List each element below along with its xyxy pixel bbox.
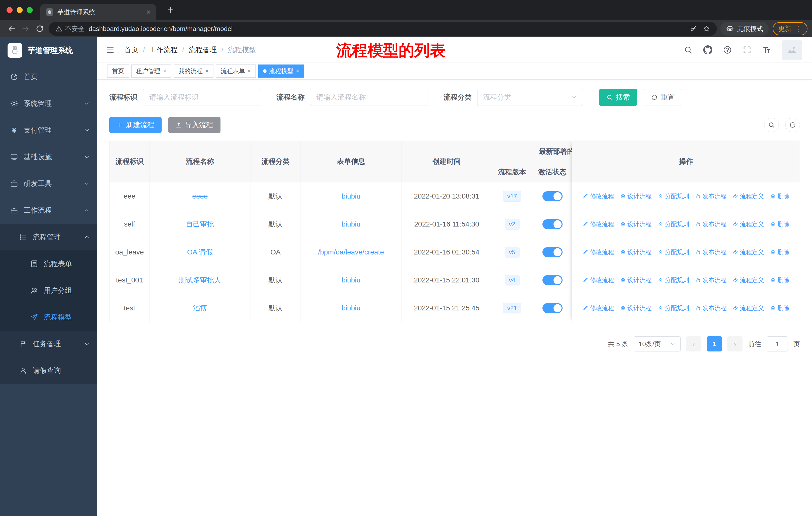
sidebar-item-process-model[interactable]: 流程模型 [0,304,97,331]
tag-home[interactable]: 首页 [107,64,129,78]
process-key-input[interactable] [143,89,261,106]
form-info-link[interactable]: biubiu [342,220,360,228]
form-info-link[interactable]: biubiu [342,276,360,284]
edit-process-action[interactable]: 修改流程 [583,304,614,312]
process-definition-action[interactable]: 流程定义 [733,220,764,228]
form-info-link[interactable]: biubiu [342,192,360,200]
delete-process-action[interactable]: 删除 [770,192,790,200]
edit-process-action[interactable]: 修改流程 [583,192,614,200]
breadcrumb-item[interactable]: 首页 [124,45,139,55]
active-toggle[interactable] [543,247,562,257]
tag-tenant[interactable]: 租户管理× [132,64,171,78]
breadcrumb-item[interactable]: 工作流程 [149,45,178,55]
sidebar-item-home[interactable]: 首页 [0,63,97,90]
user-avatar[interactable] [782,40,802,60]
github-icon[interactable] [703,45,712,54]
page-size-select[interactable]: 10条/页 [634,336,680,351]
reset-button[interactable]: 重置 [644,89,682,106]
sidebar-item-process-form[interactable]: 流程表单 [0,250,97,277]
assign-rule-action[interactable]: 分配规则 [658,276,689,284]
font-size-icon[interactable] [762,45,771,54]
publish-process-action[interactable]: 发布流程 [695,248,727,256]
forward-button[interactable] [19,22,33,36]
design-process-action[interactable]: 设计流程 [620,276,652,284]
process-name-link[interactable]: eeee [192,192,208,200]
minimize-window-button[interactable] [17,7,23,13]
sidebar-item-user-group[interactable]: 用户分组 [0,277,97,304]
process-name-input[interactable] [310,89,428,106]
publish-process-action[interactable]: 发布流程 [695,304,727,312]
close-icon[interactable]: × [163,67,166,75]
delete-process-action[interactable]: 删除 [770,220,790,228]
reload-button[interactable] [33,22,47,36]
assign-rule-action[interactable]: 分配规则 [658,304,689,312]
refresh-table-button[interactable] [785,118,800,132]
next-page-button[interactable]: › [727,336,743,351]
design-process-action[interactable]: 设计流程 [620,192,652,200]
breadcrumb-item[interactable]: 流程管理 [189,45,217,55]
browser-tab[interactable]: 芋道管理系统 × [40,4,156,20]
new-tab-button[interactable] [166,5,175,14]
publish-process-action[interactable]: 发布流程 [695,220,727,228]
form-info-link[interactable]: /bpm/oa/leave/create [318,248,384,256]
sidebar-item-devtools[interactable]: 研发工具 [0,170,97,197]
publish-process-action[interactable]: 发布流程 [695,276,727,284]
help-icon[interactable] [723,45,732,54]
sidebar-item-payment[interactable]: ¥ 支付管理 [0,117,97,144]
design-process-action[interactable]: 设计流程 [620,220,652,228]
page-number-1[interactable]: 1 [707,336,722,351]
sidebar-item-workflow[interactable]: 工作流程 [0,197,97,224]
process-definition-action[interactable]: 流程定义 [733,304,764,312]
design-process-action[interactable]: 设计流程 [620,248,652,256]
process-definition-action[interactable]: 流程定义 [733,192,764,200]
process-name-link[interactable]: 测试多审批人 [179,275,221,285]
active-toggle[interactable] [543,191,562,201]
active-toggle[interactable] [543,219,562,229]
process-definition-action[interactable]: 流程定义 [733,276,764,284]
toggle-search-button[interactable] [764,118,779,132]
bookmark-star-icon[interactable] [703,25,710,32]
search-button[interactable]: 搜索 [599,89,637,106]
close-icon[interactable]: × [296,67,299,75]
more-menu-icon[interactable]: ⋮ [794,24,802,33]
security-indicator[interactable]: 不安全 [55,24,85,33]
assign-rule-action[interactable]: 分配规则 [658,192,689,200]
process-definition-action[interactable]: 流程定义 [733,248,764,256]
delete-process-action[interactable]: 删除 [770,276,790,284]
maximize-window-button[interactable] [27,7,33,13]
import-process-button[interactable]: 导入流程 [168,117,221,133]
tag-my-process[interactable]: 我的流程× [174,64,213,78]
tab-close-icon[interactable]: × [146,8,150,16]
sidebar-logo[interactable]: 芋道管理系统 [0,37,97,63]
prev-page-button[interactable]: ‹ [686,336,701,351]
omnibox[interactable]: 不安全 dashboard.yudao.iocoder.cn/bpm/manag… [49,22,717,36]
delete-process-action[interactable]: 删除 [770,304,790,312]
design-process-action[interactable]: 设计流程 [620,304,652,312]
process-name-link[interactable]: OA 请假 [187,247,213,257]
url-text[interactable]: dashboard.yudao.iocoder.cn/bpm/manager/m… [89,25,686,33]
search-icon[interactable] [684,45,693,54]
process-name-link[interactable]: 自己审批 [186,219,214,229]
sidebar-item-infrastructure[interactable]: 基础设施 [0,144,97,170]
assign-rule-action[interactable]: 分配规则 [658,248,689,256]
form-info-link[interactable]: biubiu [342,304,360,312]
sidebar-item-process-management[interactable]: 流程管理 [0,224,97,250]
assign-rule-action[interactable]: 分配规则 [658,220,689,228]
password-key-icon[interactable] [690,25,697,32]
sidebar-item-leave-query[interactable]: 请假查询 [0,357,97,384]
publish-process-action[interactable]: 发布流程 [695,192,727,200]
edit-process-action[interactable]: 修改流程 [583,220,614,228]
tag-process-form[interactable]: 流程表单× [216,64,256,78]
tag-process-model[interactable]: 流程模型× [258,64,304,78]
close-icon[interactable]: × [248,67,251,75]
back-button[interactable] [4,22,19,36]
create-process-button[interactable]: 新建流程 [109,117,162,133]
category-select[interactable]: 流程分类 [477,89,583,106]
edit-process-action[interactable]: 修改流程 [583,276,614,284]
sidebar-toggle-button[interactable] [104,43,117,56]
active-toggle[interactable] [543,303,562,313]
browser-update-button[interactable]: 更新 ⋮ [773,22,808,35]
delete-process-action[interactable]: 删除 [770,248,790,256]
close-window-button[interactable] [6,7,12,13]
process-name-link[interactable]: 滔博 [193,303,207,313]
